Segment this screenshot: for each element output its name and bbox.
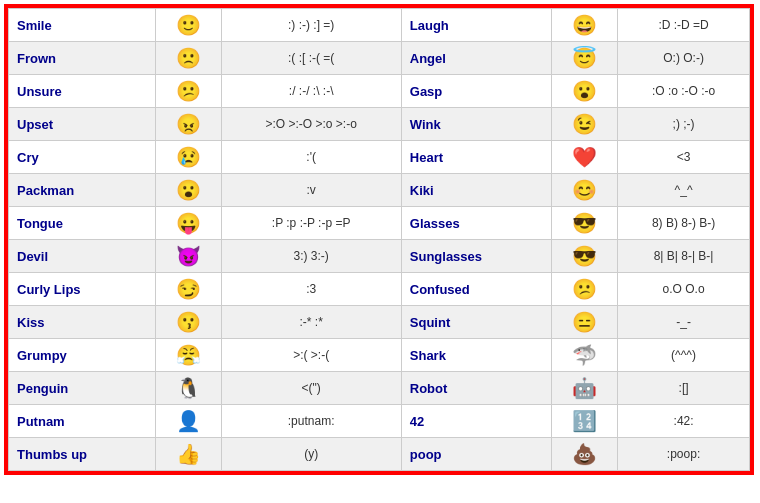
right-code: :D :-D =D — [618, 9, 750, 42]
right-name: Sunglasses — [401, 240, 552, 273]
left-code: :( :[ :-( =( — [221, 42, 401, 75]
left-emoji: 🙁 — [155, 42, 221, 75]
right-code: 8| B| 8-| B-| — [618, 240, 750, 273]
right-name: Robot — [401, 372, 552, 405]
right-code: :poop: — [618, 438, 750, 471]
table-row: Unsure 😕 :/ :-/ :\ :-\ Gasp 😮 :O :o :-O … — [9, 75, 750, 108]
right-name: Squint — [401, 306, 552, 339]
right-emoji: 😮 — [552, 75, 618, 108]
left-emoji: 🐧 — [155, 372, 221, 405]
emoticon-table: Smile 🙂 :) :-) :] =) Laugh 😄 :D :-D =D F… — [8, 8, 750, 471]
left-name: Packman — [9, 174, 156, 207]
right-emoji: 😕 — [552, 273, 618, 306]
table-row: Penguin 🐧 <(") Robot 🤖 :[] — [9, 372, 750, 405]
left-code: <(") — [221, 372, 401, 405]
left-code: :putnam: — [221, 405, 401, 438]
right-code: <3 — [618, 141, 750, 174]
right-name: Gasp — [401, 75, 552, 108]
table-row: Cry 😢 :'( Heart ❤️ <3 — [9, 141, 750, 174]
right-name: Heart — [401, 141, 552, 174]
left-code: :/ :-/ :\ :-\ — [221, 75, 401, 108]
right-emoji: 😑 — [552, 306, 618, 339]
left-name: Tongue — [9, 207, 156, 240]
left-name: Penguin — [9, 372, 156, 405]
right-name: 42 — [401, 405, 552, 438]
table-row: Thumbs up 👍 (y) poop 💩 :poop: — [9, 438, 750, 471]
left-emoji: 😛 — [155, 207, 221, 240]
right-name: poop — [401, 438, 552, 471]
right-code: :42: — [618, 405, 750, 438]
table-row: Grumpy 😤 >:( >:-( Shark 🦈 (^^^) — [9, 339, 750, 372]
left-code: :v — [221, 174, 401, 207]
left-emoji: 😗 — [155, 306, 221, 339]
left-emoji: 😕 — [155, 75, 221, 108]
table-row: Smile 🙂 :) :-) :] =) Laugh 😄 :D :-D =D — [9, 9, 750, 42]
right-name: Laugh — [401, 9, 552, 42]
left-name: Grumpy — [9, 339, 156, 372]
left-name: Unsure — [9, 75, 156, 108]
left-name: Smile — [9, 9, 156, 42]
left-name: Frown — [9, 42, 156, 75]
left-emoji: 😏 — [155, 273, 221, 306]
main-container: Smile 🙂 :) :-) :] =) Laugh 😄 :D :-D =D F… — [4, 4, 754, 475]
left-code: >:O >:-O >:o >:-o — [221, 108, 401, 141]
left-emoji: 👤 — [155, 405, 221, 438]
left-name: Upset — [9, 108, 156, 141]
right-code: ;) ;-) — [618, 108, 750, 141]
right-emoji: 😉 — [552, 108, 618, 141]
right-name: Shark — [401, 339, 552, 372]
right-emoji: 🔢 — [552, 405, 618, 438]
left-name: Kiss — [9, 306, 156, 339]
right-emoji: 😇 — [552, 42, 618, 75]
right-name: Confused — [401, 273, 552, 306]
right-code: o.O O.o — [618, 273, 750, 306]
left-code: :-* :* — [221, 306, 401, 339]
right-code: O:) O:-) — [618, 42, 750, 75]
left-emoji: 😈 — [155, 240, 221, 273]
right-name: Kiki — [401, 174, 552, 207]
left-code: :3 — [221, 273, 401, 306]
right-emoji: 💩 — [552, 438, 618, 471]
left-code: :) :-) :] =) — [221, 9, 401, 42]
table-row: Putnam 👤 :putnam: 42 🔢 :42: — [9, 405, 750, 438]
left-emoji: 😮 — [155, 174, 221, 207]
right-name: Wink — [401, 108, 552, 141]
table-row: Kiss 😗 :-* :* Squint 😑 -_- — [9, 306, 750, 339]
left-emoji: 🙂 — [155, 9, 221, 42]
left-code: :'( — [221, 141, 401, 174]
left-name: Curly Lips — [9, 273, 156, 306]
left-code: :P :p :-P :-p =P — [221, 207, 401, 240]
left-name: Cry — [9, 141, 156, 174]
left-name: Thumbs up — [9, 438, 156, 471]
table-row: Tongue 😛 :P :p :-P :-p =P Glasses 😎 8) B… — [9, 207, 750, 240]
left-emoji: 😤 — [155, 339, 221, 372]
right-name: Angel — [401, 42, 552, 75]
table-row: Packman 😮 :v Kiki 😊 ^_^ — [9, 174, 750, 207]
right-emoji: 😄 — [552, 9, 618, 42]
left-emoji: 😢 — [155, 141, 221, 174]
left-emoji: 😠 — [155, 108, 221, 141]
left-name: Putnam — [9, 405, 156, 438]
left-code: 3:) 3:-) — [221, 240, 401, 273]
left-name: Devil — [9, 240, 156, 273]
right-emoji: 😎 — [552, 240, 618, 273]
right-emoji: ❤️ — [552, 141, 618, 174]
right-code: :O :o :-O :-o — [618, 75, 750, 108]
table-row: Curly Lips 😏 :3 Confused 😕 o.O O.o — [9, 273, 750, 306]
left-code: (y) — [221, 438, 401, 471]
right-code: ^_^ — [618, 174, 750, 207]
right-code: :[] — [618, 372, 750, 405]
left-emoji: 👍 — [155, 438, 221, 471]
table-row: Upset 😠 >:O >:-O >:o >:-o Wink 😉 ;) ;-) — [9, 108, 750, 141]
right-code: 8) B) 8-) B-) — [618, 207, 750, 240]
table-row: Frown 🙁 :( :[ :-( =( Angel 😇 O:) O:-) — [9, 42, 750, 75]
right-name: Glasses — [401, 207, 552, 240]
right-emoji: 😊 — [552, 174, 618, 207]
table-row: Devil 😈 3:) 3:-) Sunglasses 😎 8| B| 8-| … — [9, 240, 750, 273]
left-code: >:( >:-( — [221, 339, 401, 372]
right-code: (^^^) — [618, 339, 750, 372]
right-emoji: 😎 — [552, 207, 618, 240]
right-code: -_- — [618, 306, 750, 339]
right-emoji: 🤖 — [552, 372, 618, 405]
right-emoji: 🦈 — [552, 339, 618, 372]
